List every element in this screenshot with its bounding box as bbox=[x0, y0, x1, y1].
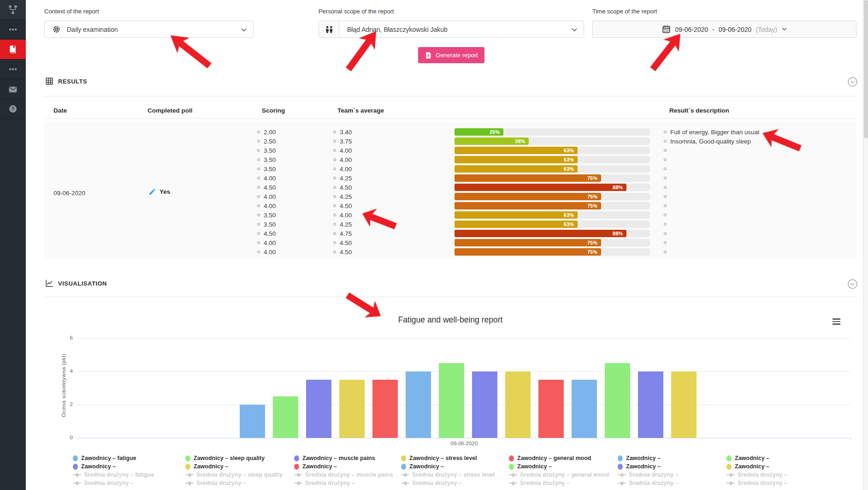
legend-item-muted[interactable]: Średnia drużyny – bbox=[185, 479, 294, 487]
bullet-icon bbox=[257, 131, 260, 133]
sidebar-item-help[interactable]: ? bbox=[0, 99, 26, 119]
x-axis-category-label: 09-06-2020 bbox=[418, 441, 510, 446]
generate-report-button[interactable]: Generate report bbox=[418, 47, 484, 63]
score-bar-label: 88% bbox=[613, 231, 623, 236]
bullet-icon bbox=[664, 223, 667, 226]
personal-scope-dropdown[interactable]: Błąd Adrian, Błaszczykowski Jakub bbox=[319, 21, 584, 38]
score-bar: 75% bbox=[455, 202, 650, 209]
legend-item[interactable]: Zawodnicy – bbox=[509, 462, 618, 471]
results-table-body: 09-06-2020 Yes 2.00 3.40 25% Full of ene… bbox=[44, 122, 856, 258]
score-bar: 63% bbox=[455, 221, 650, 228]
context-dropdown[interactable]: Daily examination bbox=[44, 21, 254, 38]
legend-line-marker-icon bbox=[401, 480, 409, 486]
hamburger-menu-icon[interactable] bbox=[833, 318, 840, 326]
results-rows: 2.00 3.40 25% Full of energy, Bigger tha… bbox=[44, 127, 856, 257]
personal-scope-label: Personal scope of the report bbox=[319, 8, 394, 15]
legend-item-muted[interactable]: Średnia drużyny – bbox=[401, 479, 509, 487]
legend-marker-icon bbox=[726, 455, 732, 461]
scoring-value: 4.00 bbox=[257, 173, 276, 183]
gear-icon bbox=[52, 25, 61, 34]
legend-item[interactable]: Zawodnicy – general mood bbox=[509, 454, 618, 462]
legend-item[interactable]: Zawodnicy – bbox=[73, 462, 185, 471]
legend-item[interactable]: Zawodnicy – sleep quality bbox=[185, 454, 294, 462]
table-row: 4.00 4.50 75% bbox=[44, 201, 856, 210]
table-row: 3.50 4.25 63% bbox=[44, 220, 856, 229]
bullet-icon bbox=[333, 149, 336, 152]
legend-item[interactable]: Zawodnicy – muscle pains bbox=[294, 454, 401, 462]
legend-item[interactable]: Zawodnicy – bbox=[401, 462, 509, 471]
bullet-icon bbox=[664, 195, 667, 198]
legend-item[interactable]: Zawodnicy – bbox=[726, 462, 828, 471]
legend-item[interactable]: Zawodnicy – fatigue bbox=[73, 454, 185, 462]
sidebar-item-hierarchy[interactable] bbox=[0, 0, 26, 20]
legend-item[interactable]: Zawodnicy – bbox=[185, 462, 294, 471]
time-today-tag: (Today) bbox=[756, 26, 777, 33]
legend-item-muted[interactable]: Średnia drużyny – muscle pains bbox=[294, 471, 401, 479]
y-tick-label: 6 bbox=[59, 335, 73, 341]
score-bar-label: 75% bbox=[587, 194, 597, 199]
svg-text:?: ? bbox=[12, 106, 15, 112]
legend-item-muted[interactable]: Średnia drużyny – sleep quality bbox=[185, 471, 294, 479]
results-collapse-button[interactable] bbox=[847, 77, 858, 87]
sidebar-item-more-2[interactable] bbox=[0, 60, 26, 79]
sidebar-item-messages[interactable] bbox=[0, 79, 26, 99]
legend-marker-icon bbox=[618, 464, 623, 470]
time-scope-picker[interactable]: 09-06-2020 - 09-06-2020 (Today) bbox=[592, 21, 856, 38]
bullet-icon bbox=[333, 251, 336, 253]
score-bar: 38% bbox=[455, 137, 650, 145]
bullet-icon bbox=[333, 195, 336, 198]
team-average-value: 4.25 bbox=[333, 173, 352, 183]
bullet-icon bbox=[664, 158, 667, 161]
legend-marker-icon bbox=[185, 464, 190, 470]
legend-item-muted[interactable]: Średnia drużyny – bbox=[618, 479, 726, 487]
scoring-value: 2.50 bbox=[257, 137, 276, 146]
team-average-value: 4.25 bbox=[333, 220, 352, 229]
scoring-value: 4.00 bbox=[257, 201, 276, 210]
legend-item-muted[interactable]: Średnia drużyny – bbox=[618, 471, 726, 479]
team-average-value: 3.75 bbox=[333, 137, 352, 146]
legend-item[interactable]: Zawodnicy – bbox=[618, 454, 726, 462]
report-icon bbox=[425, 52, 432, 59]
legend-item-muted[interactable]: Średnia drużyny – bbox=[294, 479, 401, 487]
chart-bar bbox=[406, 371, 431, 438]
table-row: 4.50 4.50 88% bbox=[44, 183, 856, 192]
legend-item-muted[interactable]: Średnia drużyny – bbox=[509, 479, 618, 487]
bullet-icon bbox=[333, 131, 336, 133]
line-chart-icon bbox=[45, 279, 53, 287]
legend-line-marker-icon bbox=[73, 472, 81, 478]
legend-item[interactable]: Zawodnicy – bbox=[618, 462, 726, 471]
legend-item-muted[interactable]: Średnia drużyny – bbox=[726, 471, 828, 479]
legend-item-muted[interactable]: Średnia drużyny – fatigue bbox=[73, 471, 185, 479]
visualisation-section-title: VISUALISATION bbox=[58, 280, 107, 287]
bullet-icon bbox=[333, 223, 336, 226]
legend-item-muted[interactable]: Średnia drużyny – stress level bbox=[401, 471, 509, 479]
help-icon: ? bbox=[8, 104, 18, 114]
bullet-icon bbox=[333, 177, 336, 179]
result-description bbox=[664, 220, 670, 229]
visualisation-divider bbox=[44, 297, 856, 297]
scrollbar-thumb[interactable] bbox=[864, 0, 868, 138]
x-axis-tick bbox=[77, 438, 78, 441]
scoring-value: 2.00 bbox=[257, 127, 276, 137]
legend-item-muted[interactable]: Średnia drużyny – bbox=[726, 479, 828, 487]
visualisation-collapse-button[interactable] bbox=[847, 279, 858, 289]
score-bar: 63% bbox=[455, 156, 650, 163]
chart-bar bbox=[572, 380, 597, 438]
legend-item-muted[interactable]: Średnia drużyny – general mood bbox=[509, 471, 618, 479]
team-average-value: 4.50 bbox=[333, 183, 352, 192]
sidebar-item-reports-active[interactable] bbox=[0, 40, 26, 60]
legend-item[interactable]: Zawodnicy – stress level bbox=[401, 454, 509, 462]
bullet-icon bbox=[257, 232, 260, 235]
chart-bar bbox=[638, 371, 663, 438]
context-label: Context of the report bbox=[44, 8, 99, 15]
bullet-icon bbox=[257, 167, 260, 170]
score-bar-label: 88% bbox=[613, 185, 623, 190]
chart-bar bbox=[439, 363, 464, 438]
legend-item-muted[interactable]: Średnia drużyny – bbox=[73, 479, 185, 487]
sidebar-item-more-1[interactable] bbox=[0, 20, 26, 40]
result-description bbox=[664, 201, 670, 210]
table-row: 3.50 4.00 63% bbox=[44, 210, 856, 220]
legend-item[interactable]: Zawodnicy – bbox=[726, 454, 828, 462]
score-bar: 75% bbox=[455, 248, 650, 256]
legend-item[interactable]: Zawodnicy – bbox=[294, 462, 401, 471]
